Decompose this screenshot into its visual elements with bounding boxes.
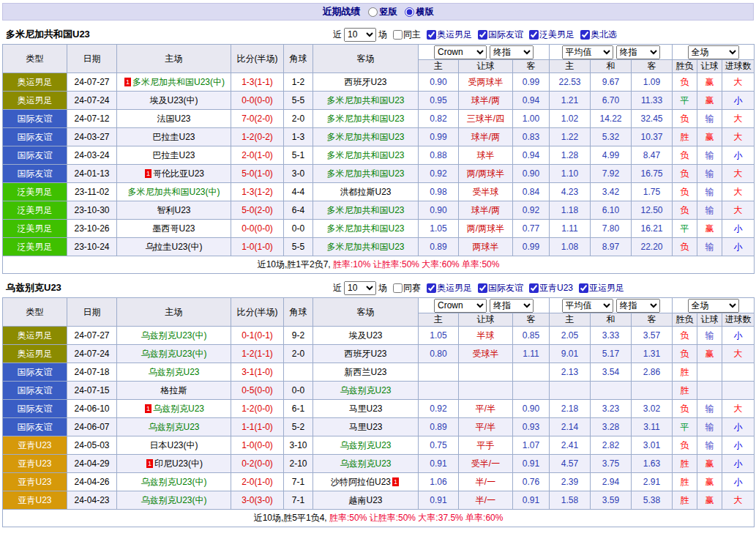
home-team-cell[interactable]: 1多米尼加共和国U23(中) (117, 73, 231, 92)
home-team-cell[interactable]: 乌兹别克U23 (117, 363, 231, 382)
away-team-cell[interactable]: 越南U23 (313, 491, 419, 510)
competition-filter-input[interactable] (580, 30, 590, 40)
competition-filter-input[interactable] (579, 283, 588, 293)
score-cell[interactable]: 1-2(1-1) (231, 345, 284, 363)
competition-filter-input[interactable] (529, 283, 539, 293)
score-cell[interactable]: 1-2(0-0) (231, 400, 284, 418)
score-cell[interactable]: 5-0(1-0) (231, 165, 284, 183)
competition-filter-input[interactable] (427, 30, 436, 40)
score-cell[interactable]: 0-2(0-0) (231, 455, 284, 473)
home-team-cell[interactable]: 多米尼加共和国U23(中) (117, 183, 231, 201)
away-team-cell[interactable]: 埃及U23 (313, 327, 419, 345)
score-cell[interactable]: 1-0(0-0) (231, 436, 284, 455)
home-team-cell[interactable]: 格拉斯 (117, 382, 231, 400)
away-team-cell[interactable]: 新西兰U23 (313, 363, 419, 382)
competition-filter-checkbox[interactable]: 泛美男足 (525, 29, 575, 41)
away-team-cell[interactable]: 多米尼加共和国U23 (313, 201, 419, 220)
vertical-radio-input[interactable] (368, 7, 378, 17)
score-cell[interactable]: 2-0(1-0) (231, 146, 284, 165)
away-team-cell[interactable]: 多米尼加共和国U23 (313, 110, 419, 128)
same-filter-checkbox[interactable]: 同主 (389, 29, 421, 41)
score-cell[interactable]: 7-0(2-0) (231, 110, 284, 128)
competition-filter-input[interactable] (478, 283, 487, 293)
home-team-cell[interactable]: 乌兹别克U23(中) (117, 345, 231, 363)
horizontal-radio-input[interactable] (405, 7, 414, 17)
layout-radio-vertical[interactable]: 竖版 (368, 6, 397, 18)
score-cell[interactable]: 1-0(1-0) (231, 238, 284, 256)
average-source-select[interactable]: 平均值 (562, 45, 613, 59)
europe-odds-stage-select[interactable]: 终指 (616, 45, 660, 59)
competition-filter-checkbox[interactable]: 国际友谊 (474, 282, 523, 294)
away-team-cell[interactable]: 洪都拉斯U23 (313, 183, 419, 201)
home-team-cell[interactable]: 1印尼U23(中) (117, 455, 231, 473)
home-team-cell[interactable]: 巴拉圭U23 (117, 146, 231, 165)
home-team-cell[interactable]: 埃及U23(中) (117, 92, 231, 110)
score-cell[interactable]: 2-0(1-0) (231, 473, 284, 491)
score-cell[interactable]: 1-3(1-1) (231, 73, 284, 92)
score-cell[interactable]: 3-1(1-0) (231, 363, 284, 382)
away-team-cell[interactable]: 多米尼加共和国U23 (313, 92, 419, 110)
away-team-cell[interactable]: 多米尼加共和国U23 (313, 146, 419, 165)
bookmaker-select[interactable]: Crown (434, 299, 487, 313)
away-team-cell[interactable]: 乌兹别克U23 (313, 436, 419, 455)
competition-filter-checkbox[interactable]: 亚青U23 (525, 282, 573, 294)
home-team-cell[interactable]: 乌拉圭U23(中) (117, 238, 231, 256)
unit-label: 场 (378, 282, 387, 294)
away-team-cell[interactable]: 多米尼加共和国U23 (313, 128, 419, 146)
score-cell[interactable]: 1-2(0-2) (231, 128, 284, 146)
home-team-cell[interactable]: 1乌兹别克U23 (117, 400, 231, 418)
score-cell[interactable]: 0-0(0-0) (231, 92, 284, 110)
handicap-odds-stage-select[interactable]: 终指 (490, 299, 534, 313)
home-team-cell[interactable]: 乌兹别克U23(中) (117, 327, 231, 345)
home-team-cell[interactable]: 墨西哥U23 (117, 220, 231, 238)
handicap-away-odds-cell: 0.84 (513, 183, 550, 201)
score-cell[interactable]: 0-0(0-0) (231, 220, 284, 238)
score-cell[interactable]: 3-0(3-0) (231, 491, 284, 510)
handicap-away-odds-cell: 1.00 (513, 110, 550, 128)
away-team-cell[interactable]: 多米尼加共和国U23 (313, 220, 419, 238)
same-filter-input[interactable] (393, 30, 403, 40)
same-filter-input[interactable] (393, 283, 403, 293)
competition-filter-checkbox[interactable]: 国际友谊 (474, 29, 523, 41)
layout-radio-horizontal[interactable]: 横版 (405, 6, 434, 18)
competition-filter-checkbox[interactable]: 奥北选 (577, 29, 617, 41)
recent-count-select[interactable]: 10 (344, 281, 376, 295)
away-team-cell[interactable]: 乌兹别克U23 (313, 382, 419, 400)
away-team-cell[interactable]: 乌兹别克U23 (313, 455, 419, 473)
away-team-cell[interactable]: 多米尼加共和国U23 (313, 238, 419, 256)
away-team-cell[interactable]: 多米尼加共和国U23 (313, 165, 419, 183)
score-cell[interactable]: 0-5(0-0) (231, 382, 284, 400)
scope-select[interactable]: 全场 (688, 299, 739, 313)
recent-count-select[interactable]: 10 (344, 28, 376, 42)
away-team-cell[interactable]: 马里U23 (313, 400, 419, 418)
away-team-cell[interactable]: 西班牙U23 (313, 73, 419, 92)
column-header: 客场 (313, 45, 419, 73)
average-source-select[interactable]: 平均值 (562, 299, 613, 313)
score-cell[interactable]: 5-0(2-0) (231, 201, 284, 220)
scope-select[interactable]: 全场 (688, 45, 739, 59)
away-team-cell[interactable]: 西班牙U23 (313, 345, 419, 363)
home-team-cell[interactable]: 巴拉圭U23 (117, 128, 231, 146)
competition-filter-checkbox[interactable]: 亚运男足 (575, 282, 624, 294)
handicap-odds-stage-select[interactable]: 终指 (490, 45, 534, 59)
score-cell[interactable]: 1-1(1-0) (231, 418, 284, 436)
away-team-cell[interactable]: 马里U23 (313, 418, 419, 436)
home-team-cell[interactable]: 乌兹别克U23(中) (117, 491, 231, 510)
score-cell[interactable]: 0-1(0-1) (231, 327, 284, 345)
same-filter-checkbox[interactable]: 同赛 (389, 282, 421, 294)
score-cell[interactable]: 1-3(1-2) (231, 183, 284, 201)
competition-filter-checkbox[interactable]: 奥运男足 (423, 282, 472, 294)
home-team-cell[interactable]: 乌兹别克U23(中) (117, 473, 231, 491)
home-team-cell[interactable]: 1哥伦比亚U23 (117, 165, 231, 183)
home-team-cell[interactable]: 日本U23(中) (117, 436, 231, 455)
competition-filter-input[interactable] (427, 283, 436, 293)
bookmaker-select[interactable]: Crown (434, 45, 487, 59)
home-team-cell[interactable]: 智利U23 (117, 201, 231, 220)
competition-filter-input[interactable] (478, 30, 487, 40)
competition-filter-input[interactable] (529, 30, 539, 40)
competition-filter-checkbox[interactable]: 奥运男足 (423, 29, 472, 41)
home-team-cell[interactable]: 法国U23 (117, 110, 231, 128)
home-team-cell[interactable]: 乌兹别克U23 (117, 418, 231, 436)
away-team-cell[interactable]: 沙特阿拉伯U231 (313, 473, 419, 491)
europe-odds-stage-select[interactable]: 终指 (616, 299, 660, 313)
